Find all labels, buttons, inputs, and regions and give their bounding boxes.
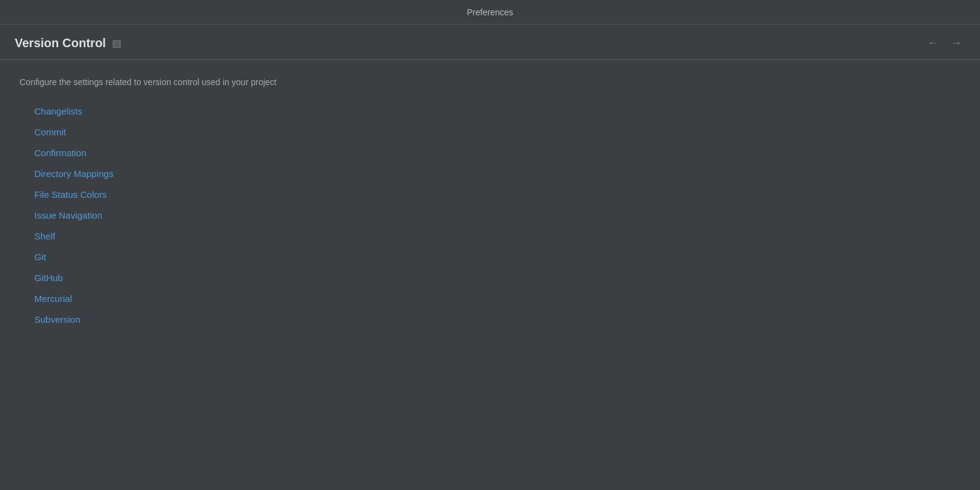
content-area: Configure the settings related to versio… [0, 60, 980, 347]
page-title: Version Control [15, 36, 106, 50]
header-left: Version Control ▤ [15, 36, 121, 50]
description-text: Configure the settings related to versio… [20, 77, 960, 87]
nav-item-commit[interactable]: Commit [34, 123, 66, 142]
nav-item-issue-navigation[interactable]: Issue Navigation [34, 206, 102, 225]
nav-item-mercurial[interactable]: Mercurial [34, 289, 72, 309]
list-item: Commit [34, 123, 960, 142]
nav-item-github[interactable]: GitHub [34, 268, 63, 288]
list-item: Git [34, 247, 960, 267]
nav-item-file-status-colors[interactable]: File Status Colors [34, 185, 107, 205]
header-bar: Version Control ▤ ← → [0, 24, 980, 60]
nav-item-subversion[interactable]: Subversion [34, 310, 80, 330]
list-item: Shelf [34, 227, 960, 246]
nav-item-confirmation[interactable]: Confirmation [34, 143, 86, 163]
nav-buttons: ← → [924, 34, 965, 52]
nav-item-shelf[interactable]: Shelf [34, 227, 55, 246]
list-item: Subversion [34, 310, 960, 330]
nav-forward-button[interactable]: → [947, 34, 965, 52]
nav-item-changelists[interactable]: Changelists [34, 102, 82, 121]
list-item: GitHub [34, 268, 960, 288]
layout-icon[interactable]: ▤ [112, 37, 121, 49]
list-item: Issue Navigation [34, 206, 960, 225]
nav-back-button[interactable]: ← [924, 34, 942, 52]
list-item: Mercurial [34, 289, 960, 309]
list-item: Changelists [34, 102, 960, 121]
title-bar-text: Preferences [467, 7, 513, 17]
title-bar: Preferences [0, 0, 980, 24]
list-item: File Status Colors [34, 185, 960, 205]
list-item: Directory Mappings [34, 164, 960, 184]
nav-item-git[interactable]: Git [34, 247, 46, 267]
nav-list: ChangelistsCommitConfirmationDirectory M… [34, 102, 960, 330]
nav-item-directory-mappings[interactable]: Directory Mappings [34, 164, 113, 184]
list-item: Confirmation [34, 143, 960, 163]
